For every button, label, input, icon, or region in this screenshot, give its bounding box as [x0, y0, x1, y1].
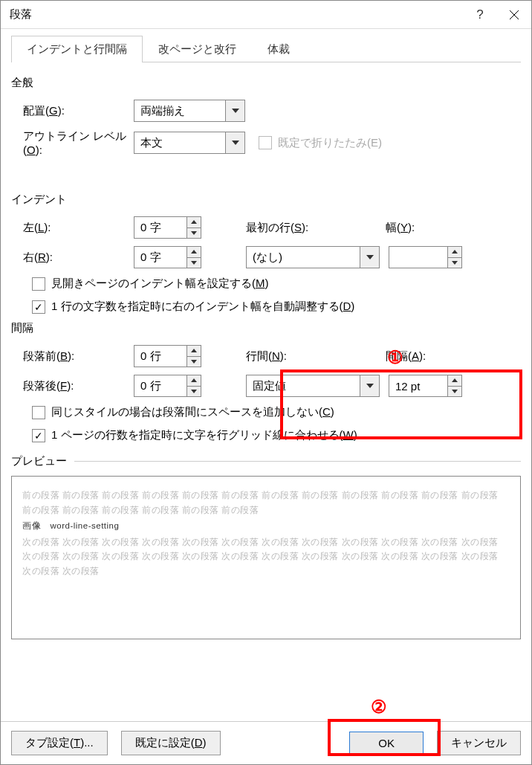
- chevron-down-icon: [366, 384, 374, 388]
- ok-button[interactable]: OK: [349, 732, 424, 755]
- tab-asian[interactable]: 体裁: [252, 36, 305, 62]
- no-space-same-style-label: 同じスタイルの場合は段落間にスペースを追加しない(C): [51, 405, 334, 419]
- first-line-label: 最初の行(S):: [246, 221, 335, 235]
- spin-up[interactable]: [448, 375, 461, 387]
- spin-down[interactable]: [187, 228, 201, 239]
- section-preview: プレビュー: [11, 454, 67, 468]
- first-line-combo[interactable]: (なし): [246, 246, 380, 268]
- outline-combo[interactable]: 本文: [134, 132, 245, 154]
- spacing-at-label: 間隔(A):: [386, 349, 426, 364]
- line-spacing-dropdown-button[interactable]: [360, 375, 379, 396]
- collapse-label: 既定で折りたたみ(E): [278, 136, 382, 150]
- preview-box: 前の段落 前の段落 前の段落 前の段落 前の段落 前の段落 前の段落 前の段落 …: [11, 476, 521, 639]
- window-title: 段落: [10, 7, 463, 22]
- preview-sample-text: 画像 word-line-setting: [22, 519, 510, 534]
- spacing-at-spinner[interactable]: 12 pt: [389, 375, 462, 397]
- spin-up[interactable]: [448, 247, 461, 258]
- snap-grid-checkbox[interactable]: ✓: [32, 429, 45, 442]
- space-before-spinner[interactable]: 0 行: [134, 345, 201, 367]
- spin-up[interactable]: [187, 217, 201, 228]
- chevron-down-icon: [366, 255, 374, 259]
- spin-up[interactable]: [187, 375, 201, 387]
- indent-width-label: 幅(Y):: [386, 221, 415, 235]
- dialog-footer: タブ設定(T)... 既定に設定(D) OK キャンセル: [1, 721, 531, 764]
- cancel-button[interactable]: キャンセル: [437, 731, 521, 755]
- indent-width-spinner[interactable]: [389, 246, 462, 268]
- section-general: 全般: [11, 76, 521, 90]
- spin-up[interactable]: [187, 346, 201, 357]
- line-spacing-label: 行間(N):: [246, 349, 335, 364]
- close-button[interactable]: [497, 1, 531, 29]
- spin-down[interactable]: [448, 258, 461, 268]
- space-after-spinner[interactable]: 0 行: [134, 375, 201, 397]
- paragraph-dialog: 段落 ? インデントと行間隔 改ページと改行 体裁 全般 配置(G): 両端揃え…: [0, 0, 532, 765]
- spin-down[interactable]: [448, 387, 461, 397]
- space-after-label: 段落後(F):: [11, 379, 134, 393]
- spin-up[interactable]: [187, 247, 201, 258]
- outline-label: アウトライン レベル(O):: [11, 129, 134, 156]
- chevron-down-icon: [232, 141, 239, 145]
- section-spacing: 間隔: [11, 321, 521, 335]
- spin-down[interactable]: [187, 357, 201, 367]
- alignment-label: 配置(G):: [11, 104, 134, 118]
- indent-right-label: 右(R):: [11, 251, 134, 265]
- preview-divider: [74, 461, 521, 462]
- indent-left-label: 左(L):: [11, 221, 134, 235]
- help-button[interactable]: ?: [463, 1, 497, 29]
- spin-down[interactable]: [187, 258, 201, 268]
- mirror-indent-label: 見開きページのインデント幅を設定する(M): [51, 277, 269, 291]
- no-space-same-style-checkbox[interactable]: [32, 406, 45, 419]
- collapse-checkbox: [259, 136, 272, 149]
- preview-prev-text: 前の段落 前の段落 前の段落 前の段落 前の段落 前の段落 前の段落 前の段落 …: [22, 488, 510, 517]
- space-before-label: 段落前(B):: [11, 349, 134, 364]
- snap-grid-label: 1 ページの行数を指定時に文字を行グリッド線に合わせる(W): [51, 428, 357, 442]
- titlebar: 段落 ?: [1, 1, 531, 29]
- spin-down[interactable]: [187, 387, 201, 397]
- outline-dropdown-button[interactable]: [225, 132, 244, 153]
- tabs-button[interactable]: タブ設定(T)...: [11, 731, 108, 755]
- indent-left-spinner[interactable]: 0 字: [134, 216, 201, 239]
- first-line-dropdown-button[interactable]: [360, 247, 379, 268]
- auto-adjust-label: 1 行の文字数を指定時に右のインデント幅を自動調整する(D): [51, 300, 354, 314]
- alignment-combo[interactable]: 両端揃え: [134, 100, 245, 122]
- tab-page-break[interactable]: 改ページと改行: [143, 36, 252, 62]
- close-icon: [509, 10, 519, 20]
- set-default-button[interactable]: 既定に設定(D): [121, 731, 221, 755]
- line-spacing-combo[interactable]: 固定値: [246, 375, 380, 397]
- tab-strip: インデントと行間隔 改ページと改行 体裁: [11, 35, 521, 62]
- tab-indent-spacing[interactable]: インデントと行間隔: [11, 36, 143, 62]
- alignment-dropdown-button[interactable]: [225, 100, 244, 121]
- indent-right-spinner[interactable]: 0 字: [134, 246, 201, 268]
- auto-adjust-checkbox[interactable]: ✓: [32, 300, 45, 314]
- section-indent: インデント: [11, 193, 521, 207]
- mirror-indent-checkbox[interactable]: [32, 277, 45, 291]
- chevron-down-icon: [232, 109, 239, 113]
- preview-next-text: 次の段落 次の段落 次の段落 次の段落 次の段落 次の段落 次の段落 次の段落 …: [22, 535, 510, 579]
